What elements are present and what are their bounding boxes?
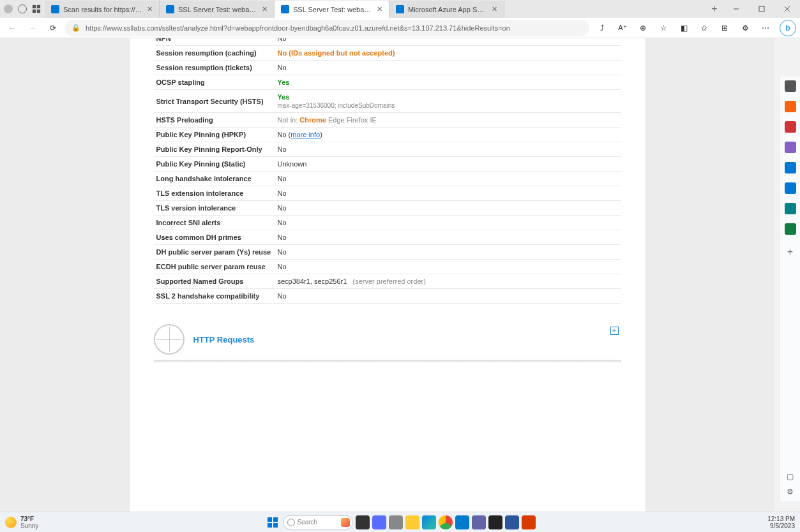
vscode-icon[interactable] (455, 515, 469, 529)
table-row: NPNNo (154, 38, 621, 46)
row-label: HSTS Preloading (154, 113, 275, 128)
svg-rect-8 (268, 517, 272, 522)
task-view-icon[interactable] (356, 515, 370, 529)
value-text: No (278, 189, 287, 197)
chrome-icon[interactable] (439, 515, 453, 529)
tab-actions-icon[interactable] (32, 4, 41, 13)
expand-section-button[interactable]: + (610, 327, 619, 335)
taskbar-weather[interactable]: 73°F Sunny (0, 515, 43, 529)
row-label: TLS extension intolerance (154, 186, 275, 201)
menu-icon[interactable]: ⋯ (757, 20, 774, 36)
edge-icon[interactable] (422, 515, 436, 529)
windows-settings-icon[interactable] (389, 515, 403, 529)
row-value: No (IDs assigned but not accepted) (275, 46, 621, 61)
value-text: No (278, 263, 287, 270)
row-value: No (275, 230, 621, 245)
sidebar-outlook-icon[interactable] (785, 182, 796, 194)
sidebar-search-icon[interactable] (785, 80, 796, 92)
row-value: No (275, 61, 621, 75)
value-text: secp384r1, secp256r1 (278, 277, 347, 285)
table-row: Incorrect SNI alertsNo (154, 216, 621, 230)
more-info-link[interactable]: more info (291, 131, 320, 138)
zoom-icon[interactable]: ⊕ (634, 20, 652, 36)
browser-titlebar: Scan results for https://webappfrontdoor… (0, 0, 800, 18)
read-aloud-icon[interactable]: A⁺ (614, 20, 631, 36)
maximize-button[interactable] (749, 0, 774, 18)
start-button[interactable] (265, 515, 280, 530)
tab-close-icon[interactable]: ✕ (492, 6, 497, 13)
sidebar-hide-icon[interactable]: ▢ (787, 472, 794, 481)
taskbar-clock[interactable]: 12:13 PM 9/5/2023 (762, 515, 800, 529)
svg-rect-3 (37, 10, 40, 13)
collections-icon[interactable]: ⊞ (716, 20, 734, 36)
refresh-button[interactable]: ⟳ (45, 20, 61, 36)
site-info-icon[interactable]: 🔒 (72, 24, 80, 32)
row-label: Public Key Pinning (HPKP) (154, 128, 275, 142)
globe-icon (154, 324, 185, 355)
chat-icon[interactable] (372, 515, 386, 529)
history-icon[interactable] (18, 4, 27, 13)
table-row: Session resumption (caching)No (IDs assi… (154, 46, 621, 61)
row-value: No (more info) (275, 128, 621, 142)
svg-rect-9 (273, 517, 278, 522)
back-button[interactable]: ← (4, 20, 20, 36)
extensions-icon[interactable]: ⚙ (736, 20, 754, 36)
sidebar-skype-icon[interactable] (785, 223, 796, 235)
row-label: OCSP stapling (154, 75, 275, 90)
taskbar-search[interactable]: Search (283, 515, 353, 529)
word-icon[interactable] (505, 515, 519, 529)
url-input[interactable] (84, 24, 583, 33)
sidebar-tools-icon[interactable] (785, 121, 796, 133)
split-screen-icon[interactable]: ◧ (675, 20, 693, 36)
minimize-button[interactable] (723, 0, 749, 18)
sidebar-drop-icon[interactable] (785, 203, 796, 214)
favorite-icon[interactable]: ☆ (654, 20, 672, 36)
tab-title: Scan results for https://webappfrontdoor… (63, 6, 143, 13)
favorites-bar-icon[interactable]: ✩ (695, 20, 713, 36)
terminal-icon[interactable] (488, 515, 502, 529)
value-text: No (278, 248, 287, 256)
preload-prefix: Not in: (278, 116, 300, 124)
sidebar-shopping-icon[interactable] (785, 101, 796, 112)
teams-icon[interactable] (472, 515, 486, 529)
protocol-details-table: POODLE (SSLv3)No, SSL 3 not supported (m… (154, 38, 621, 304)
browser-tab[interactable]: SSL Server Test: webappfrontdoo...✕ (160, 1, 275, 18)
sidebar-settings-icon[interactable]: ⚙ (787, 487, 794, 496)
tab-close-icon[interactable]: ✕ (147, 6, 153, 13)
table-row: ECDH public server param reuseNo (154, 260, 621, 274)
row-label: Session resumption (tickets) (154, 61, 275, 75)
table-row: Supported Named Groupssecp384r1, secp256… (154, 274, 621, 289)
row-label: Public Key Pinning (Static) (154, 157, 275, 172)
send-to-device-icon[interactable]: ⤴ (593, 20, 611, 36)
snip-icon[interactable] (522, 515, 536, 529)
profile-icon[interactable] (4, 4, 13, 13)
table-row: SSL 2 handshake compatibilityNo (154, 289, 621, 304)
row-value: No (275, 201, 621, 216)
bing-chat-icon[interactable]: b (780, 20, 796, 36)
table-row: TLS extension intoleranceNo (154, 186, 621, 201)
browser-tab[interactable]: SSL Server Test: webappfrontdoo...✕ (275, 1, 389, 18)
page-viewport: POODLE (SSLv3)No, SSL 3 not supported (m… (0, 38, 800, 532)
new-tab-button[interactable]: + (706, 0, 723, 18)
page-scroll[interactable]: POODLE (SSLv3)No, SSL 3 not supported (m… (0, 38, 774, 532)
preload-bad: Chrome (299, 116, 326, 124)
forward-button[interactable]: → (24, 20, 41, 36)
table-row: Strict Transport Security (HSTS)Yesmax-a… (154, 90, 621, 113)
tab-close-icon[interactable]: ✕ (262, 6, 268, 13)
row-value: Not in: Chrome Edge Firefox IE (275, 113, 621, 128)
tab-close-icon[interactable]: ✕ (377, 6, 382, 13)
sidebar-games-icon[interactable] (785, 142, 796, 153)
file-explorer-icon[interactable] (405, 515, 419, 529)
browser-tab[interactable]: Microsoft Azure App Service - W...✕ (389, 1, 504, 18)
row-label: Session resumption (caching) (154, 46, 275, 61)
row-label: Supported Named Groups (154, 274, 275, 289)
browser-tab[interactable]: Scan results for https://webappfrontdoor… (45, 1, 160, 18)
value-text: No (278, 219, 287, 226)
taskbar-center: Search (265, 515, 536, 530)
svg-rect-1 (37, 5, 40, 8)
table-row: DH public server param (Ys) reuseNo (154, 245, 621, 260)
close-window-button[interactable] (774, 0, 800, 18)
sidebar-microsoft365-icon[interactable] (785, 162, 796, 174)
sidebar-add-icon[interactable]: + (787, 246, 793, 258)
table-row: Public Key Pinning (HPKP)No (more info) (154, 128, 621, 142)
